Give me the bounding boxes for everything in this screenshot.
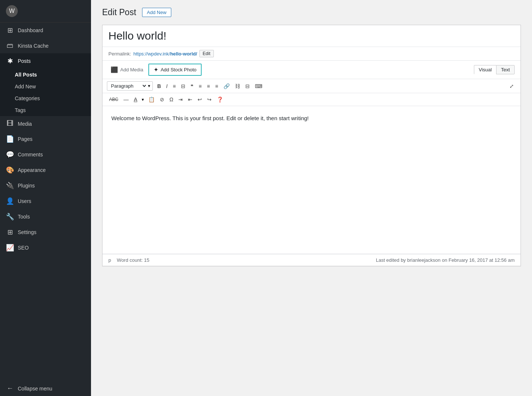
collapse-icon: ← (6, 385, 14, 392)
sidebar-item-pages[interactable]: 📄 Pages (0, 131, 91, 147)
sidebar-item-collapse[interactable]: ← Collapse menu (0, 381, 91, 396)
status-right: Last edited by brianleejackson on Februa… (376, 257, 515, 263)
stock-photo-icon: ✦ (154, 66, 158, 73)
pages-icon: 📄 (6, 135, 14, 143)
media-buttons-group: ⬛ Add Media ✦ Add Stock Photo (108, 64, 202, 76)
redo-button[interactable]: ↪ (205, 95, 214, 104)
paste-text-button[interactable]: 📋 (146, 95, 157, 104)
sidebar-item-label: Dashboard (18, 27, 43, 33)
subitem-label: Categories (15, 95, 40, 101)
sidebar-subitem-categories[interactable]: Categories (0, 92, 91, 104)
sidebar-item-posts[interactable]: ✱ Posts (0, 53, 91, 69)
ordered-list-button[interactable]: ⊟ (179, 82, 188, 90)
posts-submenu: All Posts Add New Categories Tags (0, 69, 91, 116)
permalink-label: Permalink: (108, 51, 131, 57)
align-right-button[interactable]: ≡ (213, 82, 220, 90)
text-color-dropdown-icon: ▼ (140, 97, 145, 102)
toolbar-toggle-button[interactable]: ⌨ (253, 82, 265, 90)
appearance-icon: 🎨 (6, 166, 14, 174)
page-header: Edit Post Add New (102, 7, 521, 17)
permalink-slug: hello-world/ (170, 51, 197, 57)
add-new-button[interactable]: Add New (142, 8, 171, 17)
post-title-input[interactable] (108, 30, 515, 42)
sidebar-item-label: Collapse menu (18, 386, 52, 392)
html-tag-indicator: p (108, 257, 111, 263)
subitem-label: All Posts (15, 72, 37, 78)
sidebar-item-plugins[interactable]: 🔌 Plugins (0, 178, 91, 193)
clear-format-button[interactable]: ⊘ (158, 95, 166, 104)
align-left-button[interactable]: ≡ (196, 82, 204, 90)
comments-icon: 💬 (6, 150, 14, 159)
editor-content[interactable]: Welcome to WordPress. This is your first… (102, 106, 521, 254)
add-stock-photo-label: Add Stock Photo (161, 67, 196, 72)
last-edited-info: Last edited by brianleejackson on Februa… (376, 257, 515, 263)
tools-icon: 🔧 (6, 213, 14, 221)
wp-logo-icon: W (6, 5, 18, 17)
bold-button[interactable]: B (155, 82, 163, 90)
toolbar-row-media: ⬛ Add Media ✦ Add Stock Photo Visual Tex… (102, 61, 521, 79)
horizontal-rule-button[interactable]: — (121, 95, 131, 104)
sidebar: W ⊞ Dashboard 🗃 Kinsta Cache ✱ Posts All… (0, 0, 91, 396)
sidebar-item-label: Tools (18, 214, 30, 220)
media-icon: 🎞 (6, 120, 14, 128)
permalink-base: https://wpdev.ink/ (133, 51, 170, 57)
text-tab[interactable]: Text (496, 65, 515, 74)
paragraph-select[interactable]: Paragraph Heading 1 Heading 2 Heading 3 … (107, 82, 147, 90)
main-content: Edit Post Add New Permalink: https://wpd… (91, 0, 532, 396)
sidebar-item-label: Pages (18, 136, 33, 142)
sidebar-item-kinsta-cache[interactable]: 🗃 Kinsta Cache (0, 38, 91, 53)
sidebar-item-appearance[interactable]: 🎨 Appearance (0, 162, 91, 178)
sidebar-logo: W (0, 0, 91, 23)
permalink-link[interactable]: https://wpdev.ink/hello-world/ (133, 51, 197, 57)
sidebar-item-settings[interactable]: ⊞ Settings (0, 224, 91, 240)
seo-icon: 📈 (6, 244, 14, 252)
sidebar-item-label: Comments (18, 152, 43, 158)
editor-card: Permalink: https://wpdev.ink/hello-world… (102, 25, 521, 266)
dashboard-icon: ⊞ (6, 26, 14, 34)
sidebar-subitem-tags[interactable]: Tags (0, 104, 91, 116)
kinsta-icon: 🗃 (6, 42, 14, 50)
help-button[interactable]: ❓ (215, 95, 225, 104)
text-color-button[interactable]: A (132, 95, 139, 104)
plugins-icon: 🔌 (6, 182, 14, 190)
toolbar-row-formatting: Paragraph Heading 1 Heading 2 Heading 3 … (102, 79, 521, 93)
users-icon: 👤 (6, 197, 14, 205)
strikethrough-button[interactable]: ABC (107, 96, 121, 103)
toolbar-row-secondary: ABC — A ▼ 📋 ⊘ Ω ⇥ ⇤ ↩ ↪ ❓ (102, 93, 521, 106)
sidebar-item-tools[interactable]: 🔧 Tools (0, 209, 91, 224)
remove-link-button[interactable]: ⛓ (233, 82, 242, 90)
sidebar-item-comments[interactable]: 💬 Comments (0, 147, 91, 162)
blockquote-button[interactable]: ❝ (188, 82, 196, 90)
editor-paragraph: Welcome to WordPress. This is your first… (111, 114, 512, 123)
add-stock-photo-button[interactable]: ✦ Add Stock Photo (148, 64, 202, 76)
add-media-button[interactable]: ⬛ Add Media (108, 65, 145, 74)
insert-link-button[interactable]: 🔗 (221, 82, 232, 90)
sidebar-item-label: Settings (18, 229, 37, 235)
sidebar-item-users[interactable]: 👤 Users (0, 193, 91, 209)
align-center-button[interactable]: ≡ (205, 82, 212, 90)
outdent-button[interactable]: ⇤ (186, 95, 195, 104)
sidebar-item-dashboard[interactable]: ⊞ Dashboard (0, 23, 91, 38)
word-count: Word count: 15 (117, 257, 149, 263)
paragraph-select-wrap: Paragraph Heading 1 Heading 2 Heading 3 … (107, 81, 153, 91)
sidebar-item-media[interactable]: 🎞 Media (0, 116, 91, 131)
sidebar-subitem-add-new[interactable]: Add New (0, 81, 91, 92)
unordered-list-button[interactable]: ≡ (171, 82, 178, 90)
page-title: Edit Post (102, 7, 136, 17)
special-char-button[interactable]: Ω (167, 95, 175, 104)
paragraph-dropdown-icon: ▼ (147, 84, 152, 88)
visual-tab[interactable]: Visual (474, 65, 496, 74)
italic-button[interactable]: I (164, 82, 170, 90)
view-tabs: Visual Text (474, 65, 515, 74)
sidebar-item-seo[interactable]: 📈 SEO (0, 240, 91, 255)
read-more-button[interactable]: ⊟ (243, 82, 252, 90)
permalink-edit-button[interactable]: Edit (199, 50, 214, 57)
indent-button[interactable]: ⇥ (176, 95, 185, 104)
sidebar-item-label: Kinsta Cache (18, 43, 48, 49)
add-media-icon: ⬛ (111, 66, 118, 73)
status-left: p Word count: 15 (108, 257, 149, 263)
sidebar-item-label: Appearance (18, 167, 46, 173)
undo-button[interactable]: ↩ (195, 95, 204, 104)
fullscreen-button[interactable]: ⤢ (507, 82, 516, 91)
sidebar-subitem-all-posts[interactable]: All Posts (0, 69, 91, 81)
